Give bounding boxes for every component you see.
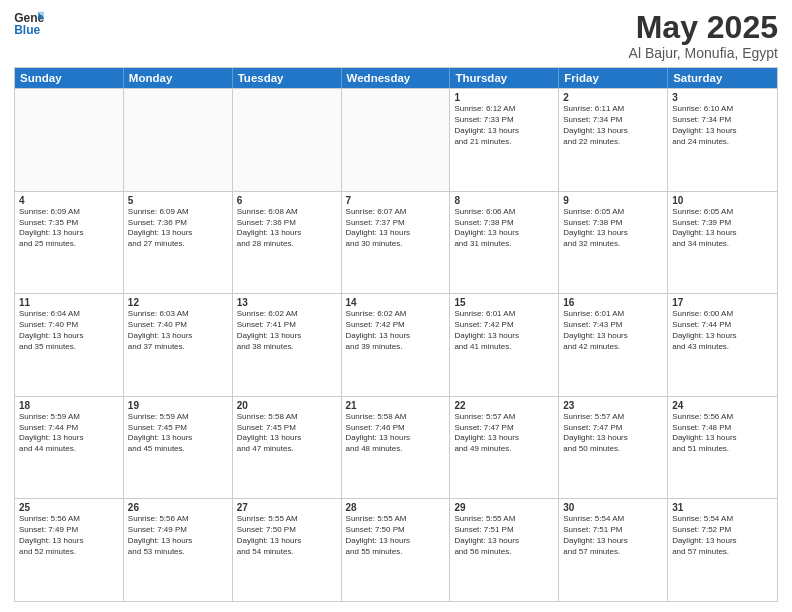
day-cell-29: 29Sunrise: 5:55 AM Sunset: 7:51 PM Dayli… xyxy=(450,499,559,601)
day-number: 15 xyxy=(454,297,554,308)
day-info: Sunrise: 6:05 AM Sunset: 7:38 PM Dayligh… xyxy=(563,207,663,250)
day-info: Sunrise: 6:02 AM Sunset: 7:42 PM Dayligh… xyxy=(346,309,446,352)
day-number: 6 xyxy=(237,195,337,206)
day-info: Sunrise: 5:57 AM Sunset: 7:47 PM Dayligh… xyxy=(563,412,663,455)
day-cell-27: 27Sunrise: 5:55 AM Sunset: 7:50 PM Dayli… xyxy=(233,499,342,601)
title-block: May 2025 Al Bajur, Monufia, Egypt xyxy=(629,10,778,61)
day-number: 4 xyxy=(19,195,119,206)
empty-cell xyxy=(342,89,451,191)
main-title: May 2025 xyxy=(629,10,778,45)
day-number: 25 xyxy=(19,502,119,513)
day-cell-15: 15Sunrise: 6:01 AM Sunset: 7:42 PM Dayli… xyxy=(450,294,559,396)
day-info: Sunrise: 5:58 AM Sunset: 7:46 PM Dayligh… xyxy=(346,412,446,455)
day-cell-19: 19Sunrise: 5:59 AM Sunset: 7:45 PM Dayli… xyxy=(124,397,233,499)
day-info: Sunrise: 5:57 AM Sunset: 7:47 PM Dayligh… xyxy=(454,412,554,455)
day-info: Sunrise: 6:04 AM Sunset: 7:40 PM Dayligh… xyxy=(19,309,119,352)
day-info: Sunrise: 6:01 AM Sunset: 7:43 PM Dayligh… xyxy=(563,309,663,352)
day-number: 29 xyxy=(454,502,554,513)
day-info: Sunrise: 6:11 AM Sunset: 7:34 PM Dayligh… xyxy=(563,104,663,147)
day-cell-12: 12Sunrise: 6:03 AM Sunset: 7:40 PM Dayli… xyxy=(124,294,233,396)
day-cell-24: 24Sunrise: 5:56 AM Sunset: 7:48 PM Dayli… xyxy=(668,397,777,499)
day-cell-16: 16Sunrise: 6:01 AM Sunset: 7:43 PM Dayli… xyxy=(559,294,668,396)
page: General Blue May 2025 Al Bajur, Monufia,… xyxy=(0,0,792,612)
day-cell-30: 30Sunrise: 5:54 AM Sunset: 7:51 PM Dayli… xyxy=(559,499,668,601)
day-info: Sunrise: 6:05 AM Sunset: 7:39 PM Dayligh… xyxy=(672,207,773,250)
day-cell-9: 9Sunrise: 6:05 AM Sunset: 7:38 PM Daylig… xyxy=(559,192,668,294)
calendar-row-3: 11Sunrise: 6:04 AM Sunset: 7:40 PM Dayli… xyxy=(15,293,777,396)
day-info: Sunrise: 6:10 AM Sunset: 7:34 PM Dayligh… xyxy=(672,104,773,147)
day-number: 13 xyxy=(237,297,337,308)
day-info: Sunrise: 6:00 AM Sunset: 7:44 PM Dayligh… xyxy=(672,309,773,352)
day-number: 9 xyxy=(563,195,663,206)
day-number: 20 xyxy=(237,400,337,411)
day-cell-3: 3Sunrise: 6:10 AM Sunset: 7:34 PM Daylig… xyxy=(668,89,777,191)
day-info: Sunrise: 6:02 AM Sunset: 7:41 PM Dayligh… xyxy=(237,309,337,352)
day-number: 24 xyxy=(672,400,773,411)
header-day-saturday: Saturday xyxy=(668,68,777,88)
day-number: 27 xyxy=(237,502,337,513)
header-day-wednesday: Wednesday xyxy=(342,68,451,88)
day-number: 8 xyxy=(454,195,554,206)
day-info: Sunrise: 6:07 AM Sunset: 7:37 PM Dayligh… xyxy=(346,207,446,250)
day-cell-11: 11Sunrise: 6:04 AM Sunset: 7:40 PM Dayli… xyxy=(15,294,124,396)
day-info: Sunrise: 6:09 AM Sunset: 7:35 PM Dayligh… xyxy=(19,207,119,250)
day-number: 7 xyxy=(346,195,446,206)
logo-icon: General Blue xyxy=(14,10,44,36)
day-info: Sunrise: 6:03 AM Sunset: 7:40 PM Dayligh… xyxy=(128,309,228,352)
day-info: Sunrise: 5:56 AM Sunset: 7:49 PM Dayligh… xyxy=(19,514,119,557)
day-info: Sunrise: 6:09 AM Sunset: 7:36 PM Dayligh… xyxy=(128,207,228,250)
day-cell-28: 28Sunrise: 5:55 AM Sunset: 7:50 PM Dayli… xyxy=(342,499,451,601)
day-cell-13: 13Sunrise: 6:02 AM Sunset: 7:41 PM Dayli… xyxy=(233,294,342,396)
header: General Blue May 2025 Al Bajur, Monufia,… xyxy=(14,10,778,61)
day-number: 19 xyxy=(128,400,228,411)
calendar-row-5: 25Sunrise: 5:56 AM Sunset: 7:49 PM Dayli… xyxy=(15,498,777,601)
calendar: SundayMondayTuesdayWednesdayThursdayFrid… xyxy=(14,67,778,602)
empty-cell xyxy=(124,89,233,191)
calendar-body: 1Sunrise: 6:12 AM Sunset: 7:33 PM Daylig… xyxy=(15,88,777,601)
day-info: Sunrise: 5:59 AM Sunset: 7:44 PM Dayligh… xyxy=(19,412,119,455)
logo: General Blue xyxy=(14,10,44,36)
day-number: 17 xyxy=(672,297,773,308)
day-number: 1 xyxy=(454,92,554,103)
day-info: Sunrise: 6:12 AM Sunset: 7:33 PM Dayligh… xyxy=(454,104,554,147)
day-number: 21 xyxy=(346,400,446,411)
header-day-thursday: Thursday xyxy=(450,68,559,88)
day-number: 2 xyxy=(563,92,663,103)
day-info: Sunrise: 5:54 AM Sunset: 7:52 PM Dayligh… xyxy=(672,514,773,557)
day-number: 3 xyxy=(672,92,773,103)
day-number: 11 xyxy=(19,297,119,308)
day-number: 10 xyxy=(672,195,773,206)
day-cell-17: 17Sunrise: 6:00 AM Sunset: 7:44 PM Dayli… xyxy=(668,294,777,396)
header-day-tuesday: Tuesday xyxy=(233,68,342,88)
day-cell-22: 22Sunrise: 5:57 AM Sunset: 7:47 PM Dayli… xyxy=(450,397,559,499)
day-number: 5 xyxy=(128,195,228,206)
header-day-monday: Monday xyxy=(124,68,233,88)
day-info: Sunrise: 5:54 AM Sunset: 7:51 PM Dayligh… xyxy=(563,514,663,557)
day-cell-7: 7Sunrise: 6:07 AM Sunset: 7:37 PM Daylig… xyxy=(342,192,451,294)
day-number: 18 xyxy=(19,400,119,411)
day-cell-1: 1Sunrise: 6:12 AM Sunset: 7:33 PM Daylig… xyxy=(450,89,559,191)
svg-text:Blue: Blue xyxy=(14,23,40,36)
day-cell-5: 5Sunrise: 6:09 AM Sunset: 7:36 PM Daylig… xyxy=(124,192,233,294)
day-cell-10: 10Sunrise: 6:05 AM Sunset: 7:39 PM Dayli… xyxy=(668,192,777,294)
day-info: Sunrise: 6:08 AM Sunset: 7:36 PM Dayligh… xyxy=(237,207,337,250)
day-cell-14: 14Sunrise: 6:02 AM Sunset: 7:42 PM Dayli… xyxy=(342,294,451,396)
day-cell-21: 21Sunrise: 5:58 AM Sunset: 7:46 PM Dayli… xyxy=(342,397,451,499)
day-cell-23: 23Sunrise: 5:57 AM Sunset: 7:47 PM Dayli… xyxy=(559,397,668,499)
calendar-row-1: 1Sunrise: 6:12 AM Sunset: 7:33 PM Daylig… xyxy=(15,88,777,191)
day-number: 14 xyxy=(346,297,446,308)
day-info: Sunrise: 5:58 AM Sunset: 7:45 PM Dayligh… xyxy=(237,412,337,455)
day-number: 31 xyxy=(672,502,773,513)
calendar-row-2: 4Sunrise: 6:09 AM Sunset: 7:35 PM Daylig… xyxy=(15,191,777,294)
day-cell-4: 4Sunrise: 6:09 AM Sunset: 7:35 PM Daylig… xyxy=(15,192,124,294)
day-cell-25: 25Sunrise: 5:56 AM Sunset: 7:49 PM Dayli… xyxy=(15,499,124,601)
empty-cell xyxy=(233,89,342,191)
day-cell-18: 18Sunrise: 5:59 AM Sunset: 7:44 PM Dayli… xyxy=(15,397,124,499)
day-info: Sunrise: 5:55 AM Sunset: 7:50 PM Dayligh… xyxy=(237,514,337,557)
day-info: Sunrise: 5:55 AM Sunset: 7:51 PM Dayligh… xyxy=(454,514,554,557)
day-number: 23 xyxy=(563,400,663,411)
day-number: 12 xyxy=(128,297,228,308)
day-info: Sunrise: 6:01 AM Sunset: 7:42 PM Dayligh… xyxy=(454,309,554,352)
day-cell-31: 31Sunrise: 5:54 AM Sunset: 7:52 PM Dayli… xyxy=(668,499,777,601)
day-info: Sunrise: 6:06 AM Sunset: 7:38 PM Dayligh… xyxy=(454,207,554,250)
